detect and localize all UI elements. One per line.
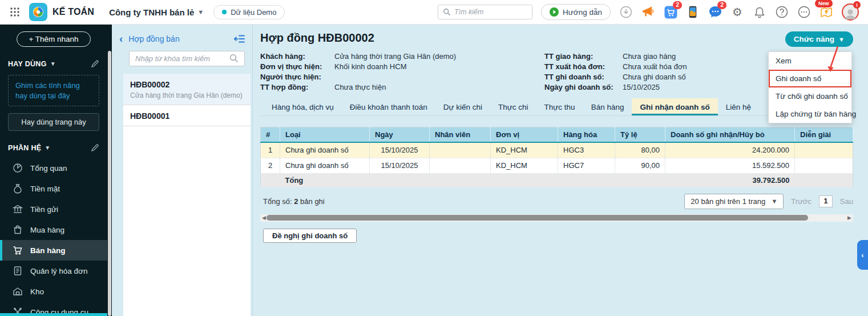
column-header[interactable]: Nhân viên [430, 127, 491, 143]
sidebar-bottom-scrollbar[interactable] [0, 313, 107, 316]
info-value: Chưa xuất hóa đơn [623, 62, 687, 71]
column-header[interactable]: Đơn vị [491, 127, 558, 143]
more-ellipsis-icon[interactable] [797, 5, 811, 19]
back-chevron-icon[interactable]: ‹ [119, 35, 123, 43]
sidebar-item-ban-hang[interactable]: Bán hàng [0, 240, 107, 261]
column-header[interactable]: Loại [280, 127, 370, 143]
sidebar-item-tien-gui[interactable]: Tiền gửi [0, 199, 107, 219]
prev-page-button[interactable]: Trước [791, 197, 812, 206]
tab-hang-hoa-dich-vu[interactable]: Hàng hóa, dịch vụ [264, 98, 342, 115]
sidebar-item-label: Bán hàng [30, 246, 66, 255]
tab-dieu-khoan-thanh-toan[interactable]: Điều khoản thanh toán [342, 98, 435, 115]
notifications-bell-icon[interactable] [753, 5, 766, 19]
current-page-box[interactable]: 1 [819, 195, 833, 207]
sidebar-item-mua-hang[interactable]: Mua hàng [0, 219, 107, 240]
column-header[interactable]: Diễn giải [795, 127, 853, 143]
cell-index: 1 [261, 142, 280, 158]
column-header[interactable]: Ngày [370, 127, 430, 143]
table-row[interactable]: 2 Chưa ghi doanh số 15/10/2025 KD_HCM HG… [261, 158, 853, 173]
sidebar-item-quan-ly-hoa-don[interactable]: Quản lý hóa đơn [0, 261, 107, 281]
column-header[interactable]: Doanh số ghi nhận/Hủy bỏ [665, 127, 795, 143]
chevron-down-icon: ▼ [50, 61, 56, 67]
mobile-app-icon[interactable] [686, 5, 700, 19]
horizontal-scrollbar[interactable]: ◀ ▶ [260, 214, 853, 222]
info-value: 15/10/2025 [623, 83, 687, 91]
panel-search [129, 51, 247, 66]
column-header[interactable]: Tỷ lệ [615, 127, 665, 143]
environment-label: Dữ liệu Demo [231, 8, 276, 17]
section-modules-label[interactable]: PHẦN HỆ [8, 144, 41, 152]
contract-subtitle: Cửa hàng thời trang Gia Hân (demo) [130, 91, 244, 99]
top-bar: KẾ TOÁN Công ty TNHH bán lẻ ▼ Dữ liệu De… [0, 0, 868, 25]
tab-du-kien-chi[interactable]: Dự kiến chi [435, 98, 490, 115]
back-link[interactable]: Hợp đồng bán [128, 34, 179, 43]
function-dropdown-menu: Xem Ghi doanh số Từ chối ghi doanh số Lậ… [768, 51, 852, 123]
column-header[interactable]: # [261, 127, 280, 143]
topbar-left: KẾ TOÁN Công ty TNHH bán lẻ ▼ Dữ liệu De… [0, 3, 285, 21]
sidebar-item-tien-mat[interactable]: Tiền mặt [0, 178, 107, 199]
search-icon [443, 8, 451, 16]
contract-code: HĐB00001 [130, 111, 244, 121]
cell-amount: 24.200.000 [665, 142, 795, 158]
global-search[interactable] [438, 5, 532, 19]
sidebar-scrollbar-track[interactable] [107, 25, 112, 316]
page-size-select[interactable]: 20 bản ghi trên 1 trang ▼ [684, 194, 784, 209]
info-value: Chưa ghi doanh số [623, 73, 687, 81]
environment-badge[interactable]: Dữ liệu Demo [213, 5, 285, 19]
tab-thuc-chi[interactable]: Thực chi [490, 98, 536, 115]
settings-gear-icon[interactable]: ⚙ [730, 5, 744, 19]
whats-new-icon[interactable]: New [819, 5, 833, 19]
menu-item-xem[interactable]: Xem [769, 52, 851, 70]
info-label: Khách hàng: [260, 52, 334, 61]
collapse-right-handle[interactable]: ‹ [857, 240, 868, 270]
company-selector[interactable]: Công ty TNHH bán lẻ ▼ [109, 7, 204, 17]
cell-rate: 90,00 [615, 158, 665, 173]
shop-cart-icon[interactable]: 2 [664, 5, 677, 19]
scrollbar-thumb[interactable] [267, 215, 808, 221]
list-item-contract[interactable]: HĐB00002 Cửa hàng thời trang Gia Hân (de… [123, 74, 251, 105]
next-page-button[interactable]: Sau [840, 197, 853, 206]
sidebar-item-tong-quan[interactable]: Tổng quan [0, 158, 107, 178]
section-modules: PHẦN HỆ ▼ [0, 143, 107, 152]
pin-hint[interactable]: Ghim các tính năng hay dùng tại đây [8, 75, 99, 106]
megaphone-icon[interactable] [641, 5, 655, 19]
edit-pencil-icon[interactable] [91, 143, 99, 152]
tab-ban-hang[interactable]: Bán hàng [583, 98, 632, 115]
menu-item-ghi-doanh-so[interactable]: Ghi doanh số [769, 70, 851, 87]
download-icon[interactable] [619, 5, 633, 19]
tab-ghi-nhan-doanh-so[interactable]: Ghi nhận doanh số [632, 98, 717, 115]
function-button[interactable]: Chức năng ▼ [785, 31, 853, 47]
chat-icon[interactable]: 2 [708, 5, 722, 19]
search-input[interactable] [454, 8, 527, 16]
tab-lien-he[interactable]: Liên hệ [718, 98, 759, 115]
sidebar-item-label: Mua hàng [30, 226, 64, 234]
apps-grid-icon[interactable] [8, 5, 22, 19]
panel-search-input[interactable] [129, 51, 245, 66]
menu-item-lap-chung-tu-ban-hang[interactable]: Lập chứng từ bán hàng [769, 105, 851, 123]
footer-label: Tổng [280, 173, 370, 187]
section-frequent-label[interactable]: HAY DÙNG [8, 60, 47, 68]
guide-button[interactable]: Hướng dẫn [541, 4, 611, 20]
frequent-page-button[interactable]: Hay dùng trang này [8, 113, 99, 131]
help-icon[interactable] [775, 5, 789, 19]
panel-header: ‹ Hợp đồng bán [112, 25, 252, 43]
collapse-panel-icon[interactable] [234, 34, 245, 43]
info-label: Người thực hiện: [260, 73, 334, 81]
search-icon [229, 54, 239, 63]
avatar[interactable]: ! [842, 3, 859, 21]
table-row[interactable]: 1 Chưa ghi doanh số 15/10/2025 KD_HCM HG… [261, 142, 853, 158]
sidebar-item-kho[interactable]: Kho [0, 281, 107, 302]
edit-pencil-icon[interactable] [91, 59, 99, 68]
propose-revenue-button[interactable]: Đề nghị ghi doanh số [263, 229, 357, 243]
sidebar-item-label: Tiền gửi [30, 205, 58, 214]
tab-thuc-thu[interactable]: Thực thu [536, 98, 583, 115]
list-item-contract[interactable]: HĐB00001 [123, 105, 251, 126]
scroll-right-arrow-icon[interactable]: ▶ [847, 214, 851, 222]
quick-add-button[interactable]: + Thêm nhanh [17, 31, 90, 47]
summary-count: 2 [294, 197, 298, 206]
scroll-left-arrow-icon[interactable]: ◀ [262, 214, 266, 222]
chat-badge: 2 [717, 1, 726, 9]
column-header[interactable]: Hàng hóa [558, 127, 615, 143]
status-dot-icon [222, 10, 227, 14]
menu-item-tu-choi-ghi-doanh-so[interactable]: Từ chối ghi doanh số [769, 87, 851, 105]
